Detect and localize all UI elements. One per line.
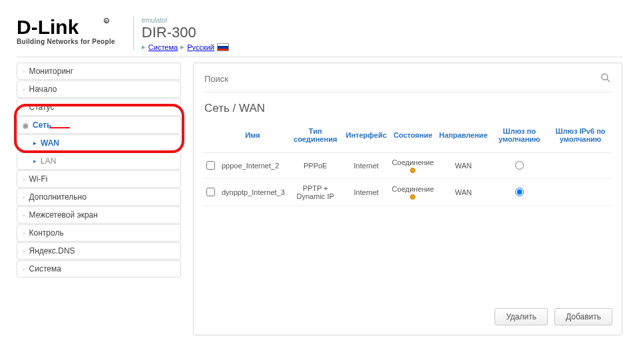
sidebar-item-label: Яндекс.DNS bbox=[29, 246, 75, 256]
gw-radio[interactable] bbox=[515, 188, 524, 196]
sidebar-item-label: Wi-Fi bbox=[29, 174, 48, 184]
flag-ru-icon bbox=[217, 43, 229, 51]
model-name: DIR-300 bbox=[142, 24, 229, 41]
sidebar-item-8[interactable]: ◦Яндекс.DNS bbox=[17, 242, 181, 260]
cell-gw bbox=[491, 179, 549, 206]
sidebar-item-label: Мониторинг bbox=[29, 67, 74, 76]
sidebar-item-label: Система bbox=[29, 264, 61, 273]
col-checkbox bbox=[203, 123, 218, 153]
emulator-label: emulator bbox=[142, 17, 229, 24]
expand-closed-icon: ◦ bbox=[23, 194, 25, 201]
cell-direction: WAN bbox=[437, 179, 491, 206]
table-row[interactable]: dynpptp_Internet_3PPTP + Dynamic IPInter… bbox=[203, 179, 612, 206]
sidebar-subitem-label: WAN bbox=[41, 138, 59, 148]
expand-closed-icon: ◦ bbox=[23, 68, 25, 75]
expand-closed-icon: ◦ bbox=[23, 212, 25, 219]
cell-iface: Internet bbox=[343, 153, 389, 179]
svg-line-4 bbox=[607, 79, 610, 82]
cell-direction: WAN bbox=[437, 153, 491, 179]
row-checkbox[interactable] bbox=[206, 161, 215, 170]
wan-table: Имя Тип соединения Интерфейс Состояние Н… bbox=[203, 123, 612, 206]
cell-gw6 bbox=[548, 179, 612, 206]
chevron-icon: ▸ bbox=[142, 43, 146, 51]
expand-closed-icon: ◦ bbox=[23, 86, 25, 93]
sidebar-item-label: Межсетевой экран bbox=[29, 210, 98, 220]
sidebar-item-label: Дополнительно bbox=[29, 192, 87, 202]
cell-type: PPPoE bbox=[288, 153, 343, 179]
col-gw6[interactable]: Шлюз IPv6 по умолчанию bbox=[548, 123, 612, 153]
col-iface[interactable]: Интерфейс bbox=[343, 123, 389, 153]
sidebar-item-label: Статус bbox=[29, 102, 55, 112]
cell-name: dynpptp_Internet_3 bbox=[218, 179, 288, 206]
expand-closed-icon: ◦ bbox=[23, 266, 25, 273]
search-row bbox=[203, 70, 612, 92]
page-title: Сеть / WAN bbox=[204, 102, 612, 115]
status-dot-icon bbox=[410, 168, 415, 173]
cell-state: Соединение bbox=[389, 179, 437, 206]
header-separator bbox=[133, 17, 134, 50]
sidebar-item-4[interactable]: ◦Wi-Fi bbox=[17, 170, 181, 188]
brand-tagline: Building Networks for People bbox=[17, 38, 115, 45]
chevron-icon: ▸ bbox=[180, 43, 184, 51]
cell-state: Соединение bbox=[389, 153, 437, 179]
sidebar-item-7[interactable]: ◦Контроль bbox=[17, 224, 181, 242]
chevron-right-icon: ▸ bbox=[33, 140, 37, 146]
footer-buttons: Удалить Добавить bbox=[203, 299, 612, 325]
col-type[interactable]: Тип соединения bbox=[288, 123, 343, 153]
col-state[interactable]: Состояние bbox=[389, 123, 437, 153]
expand-open-icon: ◉ bbox=[23, 122, 29, 129]
table-row[interactable]: pppoe_Internet_2PPPoEInternetСоединениеW… bbox=[203, 153, 612, 179]
row-checkbox[interactable] bbox=[206, 188, 215, 196]
cell-gw6 bbox=[548, 153, 612, 179]
sidebar-item-2[interactable]: ◦Статус bbox=[17, 98, 181, 116]
col-direction[interactable]: Направление bbox=[437, 123, 491, 153]
status-dot-icon bbox=[410, 194, 415, 200]
sidebar-item-1[interactable]: ◦Начало bbox=[17, 81, 181, 98]
expand-closed-icon: ◦ bbox=[23, 230, 25, 237]
sidebar-item-3[interactable]: ◉Сеть bbox=[17, 116, 181, 134]
crumb-language[interactable]: Русский bbox=[187, 43, 214, 51]
crumb-system[interactable]: Система bbox=[148, 43, 178, 51]
sidebar-subitem-wan[interactable]: ▸WAN bbox=[17, 134, 181, 152]
state-text: Соединение bbox=[392, 158, 434, 166]
search-icon[interactable] bbox=[600, 73, 611, 85]
col-gw[interactable]: Шлюз по умолчанию bbox=[491, 123, 549, 153]
search-input[interactable] bbox=[204, 74, 600, 84]
sidebar: ◦Мониторинг◦Начало◦Статус◉Сеть▸WAN▸LAN◦W… bbox=[17, 63, 181, 278]
sidebar-item-5[interactable]: ◦Дополнительно bbox=[17, 188, 181, 206]
svg-text:R: R bbox=[105, 19, 108, 23]
chevron-right-icon: ▸ bbox=[33, 158, 37, 164]
header-info: emulator DIR-300 ▸ Система ▸ Русский bbox=[142, 17, 229, 51]
gw-radio[interactable] bbox=[515, 161, 524, 170]
sidebar-item-label: Контроль bbox=[29, 228, 64, 238]
sidebar-item-6[interactable]: ◦Межсетевой экран bbox=[17, 206, 181, 224]
sidebar-item-label: Сеть bbox=[33, 120, 51, 130]
sidebar-item-0[interactable]: ◦Мониторинг bbox=[17, 63, 181, 80]
svg-point-3 bbox=[602, 74, 608, 80]
add-button[interactable]: Добавить bbox=[554, 308, 612, 325]
breadcrumb: ▸ Система ▸ Русский bbox=[142, 43, 229, 51]
sidebar-subitem-label: LAN bbox=[41, 156, 56, 166]
brand-logo: D-Link R Building Networks for People bbox=[17, 17, 115, 45]
header: D-Link R Building Networks for People em… bbox=[17, 17, 622, 57]
delete-button[interactable]: Удалить bbox=[495, 308, 548, 325]
sidebar-item-label: Начало bbox=[29, 85, 57, 94]
state-text: Соединение bbox=[392, 185, 434, 193]
col-name[interactable]: Имя bbox=[218, 123, 288, 153]
sidebar-item-9[interactable]: ◦Система bbox=[17, 260, 181, 277]
sidebar-subitem-lan[interactable]: ▸LAN bbox=[17, 152, 181, 170]
cell-type: PPTP + Dynamic IP bbox=[288, 179, 343, 206]
cell-gw bbox=[491, 153, 549, 179]
expand-closed-icon: ◦ bbox=[23, 104, 25, 111]
expand-closed-icon: ◦ bbox=[23, 248, 25, 255]
cell-name: pppoe_Internet_2 bbox=[218, 153, 288, 179]
svg-text:D-Link: D-Link bbox=[17, 17, 79, 38]
content-panel: Сеть / WAN Имя Тип соединения Интерфейс … bbox=[193, 63, 622, 335]
expand-closed-icon: ◦ bbox=[23, 176, 25, 183]
cell-iface: Internet bbox=[343, 179, 389, 206]
